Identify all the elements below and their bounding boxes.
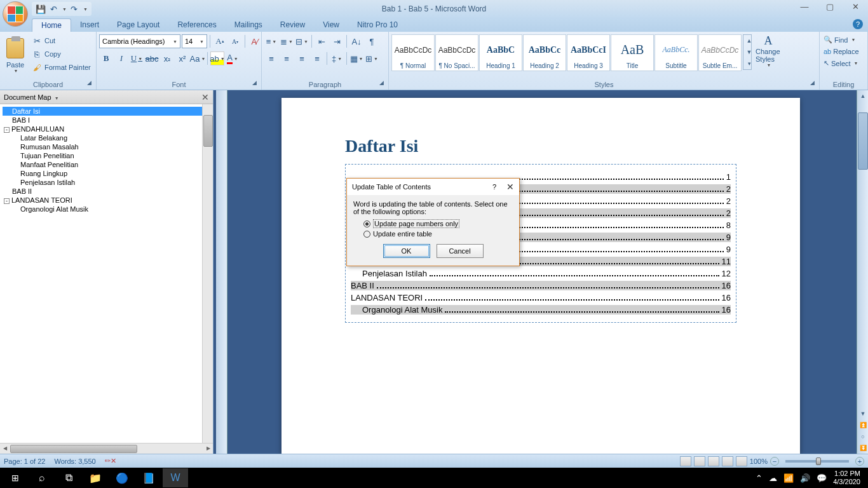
docmap-item[interactable]: BAB II [3,187,210,196]
dialog-help-icon[interactable]: ? [492,183,496,191]
start-button[interactable]: ⊞ [3,468,28,487]
docmap-scrollbar[interactable] [202,104,213,443]
update-entire-table-option[interactable]: Update entire table [363,230,513,238]
tab-references[interactable]: References [168,18,225,32]
scroll-up-button[interactable]: ▲ [858,91,868,101]
volume-icon[interactable]: 🔊 [800,473,810,483]
vertical-scrollbar[interactable]: ▲ ▼ ⏫ ○ ⏬ [857,90,868,454]
clipboard-dialog-launcher[interactable]: ◢ [87,79,95,87]
cancel-button[interactable]: Cancel [437,244,484,258]
docmap-item[interactable]: Organologi Alat Musik [3,205,210,214]
clear-format-button[interactable]: A⁄ [248,34,262,48]
underline-button[interactable]: U▼ [130,51,144,65]
docmap-item[interactable]: Penjelasan Istilah [3,178,210,187]
bullets-button[interactable]: ≡▼ [264,34,278,48]
tab-home[interactable]: Home [32,18,71,32]
tab-review[interactable]: Review [271,18,314,32]
minimize-button[interactable]: — [792,0,817,13]
highlight-button[interactable]: ab▼ [210,51,224,65]
tray-chevron-icon[interactable]: ⌃ [756,473,763,483]
expand-icon[interactable]: - [4,127,10,133]
docmap-item[interactable]: Rumusan Masalah [3,142,210,151]
docmap-item[interactable]: BAB I [3,116,210,125]
toc-row[interactable]: Organologi Alat Musik16 [351,305,731,315]
docmap-hscroll[interactable]: ◀ ▶ [0,443,213,454]
style-subtle-em-[interactable]: AaBbCcDcSubtle Em... [698,34,742,71]
grow-font-button[interactable]: A▴ [213,34,227,48]
word-taskbar[interactable]: W [163,468,188,487]
web-layout-view[interactable] [708,456,719,466]
style--normal[interactable]: AaBbCcDc¶ Normal [391,34,435,71]
align-center-button[interactable]: ≡ [280,51,294,65]
help-icon[interactable]: ? [853,19,863,29]
align-right-button[interactable]: ≡ [295,51,309,65]
document-area[interactable]: Daftar Isi 12PENDAHULUAN2Latar Belakang2… [214,90,868,454]
undo-button[interactable]: ↶ [48,4,58,14]
font-color-button[interactable]: A▼ [226,51,240,65]
docmap-item[interactable]: Daftar Isi [3,107,210,116]
justify-button[interactable]: ≡ [310,51,324,65]
office-button[interactable] [3,1,28,27]
zoom-level[interactable]: 100% [750,458,768,465]
font-name-selector[interactable]: Cambria (Headings)▼ [99,34,180,48]
word-count[interactable]: Words: 3,550 [54,458,95,465]
onedrive-icon[interactable]: ☁ [769,473,777,483]
paste-button[interactable]: Paste ▼ [3,34,28,76]
zoom-out-button[interactable]: − [770,457,779,466]
draft-view[interactable] [736,456,747,466]
format-painter-button[interactable]: 🖌Format Painter [29,61,93,74]
notifications-icon[interactable]: 💬 [817,473,827,483]
print-layout-view[interactable] [680,456,691,466]
find-button[interactable]: 🔍Find▼ [822,34,857,45]
tab-nitro-pro-10[interactable]: Nitro Pro 10 [348,18,407,32]
docmap-item[interactable]: Tujuan Penelitian [3,151,210,160]
style-heading-1[interactable]: AaBbCHeading 1 [479,34,522,71]
system-clock[interactable]: 1:02 PM 4/3/2020 [833,470,860,486]
strike-button[interactable]: abc [145,51,159,65]
proofing-icon[interactable]: ✏✕ [105,457,116,465]
toc-row[interactable]: LANDASAN TEORI16 [351,293,731,302]
qat-customize[interactable]: ▼ [83,7,88,11]
style-title[interactable]: AaBTitle [611,34,654,71]
cut-button[interactable]: ✂Cut [29,34,93,47]
undo-dropdown[interactable]: ▼ [62,7,67,11]
file-explorer-taskbar[interactable]: 📁 [83,468,108,487]
outdent-button[interactable]: ⇤ [315,34,329,48]
zoom-in-button[interactable]: + [855,457,864,466]
tab-view[interactable]: View [314,18,348,32]
line-spacing-button[interactable]: ‡▼ [330,51,344,65]
dialog-titlebar[interactable]: Update Table of Contents ? ✕ [347,179,519,195]
zoom-slider[interactable] [785,460,849,463]
close-button[interactable]: ✕ [843,0,868,13]
paragraph-dialog-launcher[interactable]: ◢ [379,79,387,87]
superscript-button[interactable]: x² [175,51,189,65]
replace-button[interactable]: abReplace [822,46,860,57]
borders-button[interactable]: ⊞▼ [365,51,379,65]
select-button[interactable]: ↖Select▼ [822,58,860,69]
ok-button[interactable]: OK [383,244,430,258]
style--no-spaci-[interactable]: AaBbCcDc¶ No Spaci... [435,34,478,71]
chrome-taskbar[interactable]: 🔵 [109,468,135,487]
full-screen-view[interactable] [694,456,705,466]
next-page-button[interactable]: ⏬ [858,443,868,453]
style-subtitle[interactable]: AaBbCc.Subtitle [654,34,698,71]
docmap-item[interactable]: -LANDASAN TEORI [3,196,210,205]
shading-button[interactable]: ▦▼ [349,51,363,65]
font-dialog-launcher[interactable]: ◢ [252,79,260,87]
styles-gallery[interactable]: AaBbCcDc¶ NormalAaBbCcDc¶ No Spaci...AaB… [391,34,742,74]
outline-view[interactable] [722,456,733,466]
styles-dialog-launcher[interactable]: ◢ [810,79,818,87]
style-heading-2[interactable]: AaBbCcHeading 2 [523,34,566,71]
indent-button[interactable]: ⇥ [330,34,344,48]
maximize-button[interactable]: ▢ [817,0,843,13]
change-styles-button[interactable]: A Change Styles ▼ [753,34,783,67]
docmap-item[interactable]: Ruang Lingkup [3,169,210,178]
expand-icon[interactable]: - [4,198,10,204]
shrink-font-button[interactable]: A▾ [228,34,242,48]
italic-button[interactable]: I [114,51,128,65]
align-left-button[interactable]: ≡ [264,51,278,65]
page-indicator[interactable]: Page: 1 of 22 [4,458,45,465]
subscript-button[interactable]: x₂ [160,51,174,65]
scroll-thumb[interactable] [858,112,868,170]
docmap-dropdown[interactable]: ▼ [55,96,59,100]
